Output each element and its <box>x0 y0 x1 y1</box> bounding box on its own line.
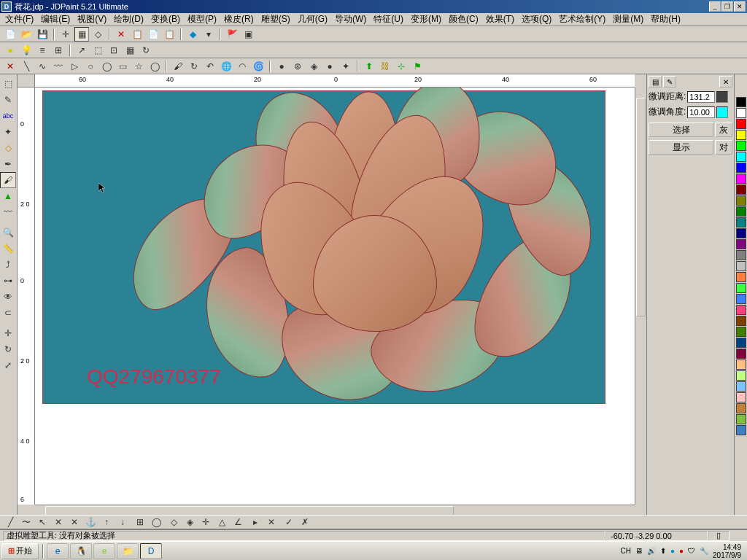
menu-item[interactable]: 颜色(C) <box>445 12 482 26</box>
bt-grid-icon[interactable]: ⊞ <box>133 515 147 529</box>
menu-item[interactable]: 测量(M) <box>609 12 647 26</box>
line-icon[interactable]: ╲ <box>19 59 34 74</box>
zoom-tool-icon[interactable]: 🔍 <box>0 225 16 241</box>
color-swatch[interactable] <box>736 163 746 173</box>
layers-icon[interactable]: ≡ <box>35 43 50 58</box>
bt-diamond-icon[interactable]: ◇ <box>166 515 181 529</box>
color-swatch[interactable] <box>736 195 746 206</box>
color-picker-icon[interactable]: ◆ <box>185 27 200 42</box>
taskbar-browser-icon[interactable]: e <box>93 543 115 559</box>
sphere-icon[interactable]: ● <box>274 59 289 74</box>
undo-icon[interactable]: ↶ <box>203 59 217 74</box>
bt-x3-icon[interactable]: ✕ <box>264 515 279 529</box>
menu-item[interactable]: 变形(M) <box>407 12 445 26</box>
flag2-icon[interactable]: ⚑ <box>410 59 425 74</box>
measure-tool-icon[interactable]: 📏 <box>0 241 16 257</box>
color-swatch[interactable] <box>736 425 746 435</box>
pipe-tool-icon[interactable]: ⊂ <box>0 305 16 321</box>
circle-icon[interactable]: ○ <box>83 59 98 74</box>
navigator-icon[interactable]: ▦ <box>123 43 137 58</box>
oval-icon[interactable]: ◯ <box>147 59 162 74</box>
ellipse-icon[interactable]: ◯ <box>99 59 114 74</box>
select-icon[interactable]: ⬚ <box>90 43 105 58</box>
bt-triangle-icon[interactable]: △ <box>214 515 229 529</box>
close-x-icon[interactable]: ✕ <box>3 59 18 74</box>
bt-down-icon[interactable]: ↓ <box>115 515 130 529</box>
pair-button[interactable]: 对 <box>715 140 732 155</box>
vertical-scrollbar[interactable] <box>635 88 646 505</box>
menu-item[interactable]: 编辑(E) <box>37 12 74 26</box>
taskbar-folder-icon[interactable]: 📁 <box>117 543 139 559</box>
bt-line-icon[interactable]: ╱ <box>3 515 18 529</box>
pen-tool-icon[interactable]: ✒ <box>0 156 16 172</box>
color-swatch[interactable] <box>736 261 746 271</box>
move-tool-icon[interactable]: ✛ <box>0 325 16 341</box>
wand-icon[interactable]: ✦ <box>338 59 353 74</box>
bt-cross-icon[interactable]: ✛ <box>198 515 213 529</box>
bt-check-icon[interactable]: ✓ <box>282 515 296 529</box>
open-icon[interactable]: 📂 <box>19 27 34 42</box>
bt-arrow-icon[interactable]: ↖ <box>35 515 50 529</box>
brush-tool-icon[interactable]: 🖌 <box>0 172 16 188</box>
viewport[interactable]: QQ279670377 <box>35 88 635 505</box>
color-swatch[interactable] <box>736 152 746 162</box>
taskbar-ie-icon[interactable]: e <box>47 543 69 559</box>
color-swatch[interactable] <box>736 141 746 151</box>
color-swatch[interactable] <box>736 206 746 217</box>
shape-tool-icon[interactable]: ✦ <box>0 124 16 140</box>
color-swatch[interactable] <box>736 239 746 249</box>
tree-icon[interactable]: ⊹ <box>394 59 409 74</box>
save-icon[interactable]: 💾 <box>35 27 50 42</box>
start-button[interactable]: ⊞ 开始 <box>1 543 39 559</box>
menu-item[interactable]: 模型(P) <box>184 12 220 26</box>
bt-flag-icon[interactable]: ▸ <box>248 515 263 529</box>
color-swatch[interactable] <box>736 316 746 326</box>
color-swatch[interactable] <box>736 338 746 348</box>
bt-x1-icon[interactable]: ✕ <box>51 515 66 529</box>
ortho-icon[interactable]: ◇ <box>90 27 105 42</box>
menu-item[interactable]: 绘制(D) <box>110 12 147 26</box>
maximize-button[interactable]: ❐ <box>721 1 733 12</box>
menu-item[interactable]: 橡皮(R) <box>220 12 258 26</box>
menu-item[interactable]: 选项(Q) <box>518 12 555 26</box>
polyline-icon[interactable]: ∿ <box>35 59 50 74</box>
menu-item[interactable]: 效果(T) <box>482 12 518 26</box>
taskbar-clock[interactable]: 14:49 2017/9/9 <box>713 543 744 559</box>
color-swatch[interactable] <box>736 130 746 140</box>
arrow-icon[interactable]: ↗ <box>74 43 89 58</box>
bt-up-icon[interactable]: ↑ <box>99 515 114 529</box>
color-swatch[interactable] <box>736 283 746 293</box>
menu-item[interactable]: 雕塑(S) <box>258 12 294 26</box>
spline-icon[interactable]: 〰 <box>51 59 66 74</box>
menu-item[interactable]: 艺术绘制(Y) <box>555 12 609 26</box>
minimize-button[interactable]: _ <box>709 1 721 12</box>
connector-tool-icon[interactable]: ⊶ <box>0 273 16 289</box>
edit-point-icon[interactable]: ✎ <box>0 92 16 108</box>
color-swatch[interactable] <box>736 294 746 304</box>
new-icon[interactable]: 📄 <box>3 27 18 42</box>
path-tool-icon[interactable]: ⤴ <box>0 257 16 273</box>
tray-icon-2[interactable]: 🔊 <box>647 547 656 555</box>
lasso-icon[interactable]: ◠ <box>235 59 249 74</box>
bt-anchor-icon[interactable]: ⚓ <box>83 515 98 529</box>
gray-button[interactable]: 灰 <box>715 122 732 137</box>
color-swatch[interactable] <box>736 327 746 337</box>
cut-icon[interactable]: ✕ <box>114 27 128 42</box>
display-button[interactable]: 显示 <box>649 140 713 155</box>
select-mode-icon[interactable]: ✛ <box>58 27 73 42</box>
color-swatch[interactable] <box>736 392 746 402</box>
bt-curve-icon[interactable]: 〜 <box>19 515 34 529</box>
3d-cube-icon[interactable]: ◈ <box>306 59 321 74</box>
bulb-yellow-icon[interactable]: ● <box>3 43 18 58</box>
canvas[interactable]: QQ279670377 <box>42 90 605 404</box>
fine-angle-input[interactable] <box>687 106 715 118</box>
color-swatch[interactable] <box>736 108 746 118</box>
color-swatch[interactable] <box>736 370 746 381</box>
rotate-tool-icon[interactable]: ↻ <box>0 341 16 357</box>
triangle-icon[interactable]: ▷ <box>67 59 82 74</box>
panel-tab-2[interactable]: ✎ <box>663 76 676 88</box>
panel-close-icon[interactable]: ✕ <box>719 76 732 88</box>
tray-icon-6[interactable]: 🛡 <box>688 547 695 555</box>
color-swatch[interactable] <box>736 97 746 107</box>
wireframe-icon[interactable]: ⊡ <box>107 43 121 58</box>
